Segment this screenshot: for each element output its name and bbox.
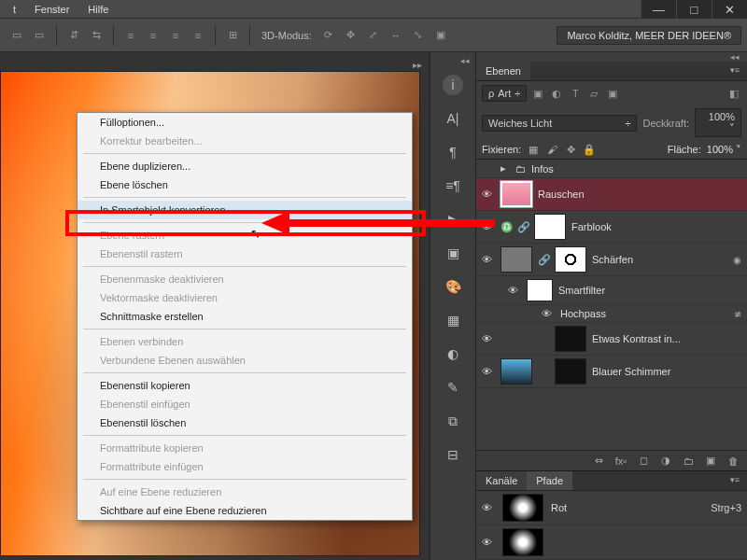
- layer-row[interactable]: 👁 🔗 Schärfen ◉: [476, 244, 747, 276]
- styles-panel-icon[interactable]: ≡¶: [443, 175, 463, 196]
- properties-panel-icon[interactable]: ⊟: [443, 444, 463, 465]
- filter-toggle-icon[interactable]: ◧: [726, 86, 741, 101]
- context-menu-item[interactable]: Ebene löschen: [78, 175, 412, 194]
- info-panel-icon[interactable]: i: [443, 75, 463, 95]
- filter-settings-icon[interactable]: ≢: [734, 309, 741, 319]
- distribute-icon[interactable]: ≡: [144, 26, 162, 45]
- context-menu-item[interactable]: Sichtbare auf eine Ebene reduzieren: [78, 501, 412, 520]
- visibility-toggle-icon[interactable]: 👁: [542, 308, 555, 319]
- distribute-icon[interactable]: ≡: [189, 26, 207, 45]
- layer-row[interactable]: 👁 Rauschen: [476, 178, 747, 211]
- scale-icon[interactable]: ⤡: [409, 26, 428, 45]
- layer-row[interactable]: 👁 Smartfilter: [476, 276, 747, 305]
- channel-row[interactable]: 👁 Rot Strg+3: [476, 491, 747, 525]
- color-panel-icon[interactable]: 🎨: [443, 276, 463, 297]
- mask-thumbnail[interactable]: [534, 214, 566, 240]
- distribute-icon[interactable]: ⊞: [223, 26, 242, 45]
- visibility-toggle-icon[interactable]: 👁: [482, 502, 495, 513]
- maximize-button[interactable]: □: [676, 0, 712, 19]
- panel-menu-icon[interactable]: ▾≡: [723, 62, 747, 80]
- align-icon[interactable]: ▭: [30, 26, 49, 45]
- mask-thumbnail[interactable]: [555, 246, 586, 273]
- fill-field[interactable]: 100% ˅: [707, 144, 741, 156]
- align-icon[interactable]: ▭: [7, 26, 26, 45]
- visibility-toggle-icon[interactable]: 👁: [482, 189, 495, 200]
- filter-smart-icon[interactable]: ▣: [605, 86, 620, 101]
- adjustments-panel-icon[interactable]: ◐: [443, 343, 463, 364]
- character-panel-icon[interactable]: A|: [443, 108, 463, 129]
- distribute-icon[interactable]: ≡: [166, 26, 185, 45]
- panel-grip-icon[interactable]: ▸▸: [413, 60, 422, 70]
- channel-thumbnail[interactable]: [502, 528, 543, 556]
- lock-all-icon[interactable]: 🔒: [583, 143, 596, 156]
- opacity-field[interactable]: 100% ˅: [695, 108, 741, 137]
- visibility-toggle-icon[interactable]: 👁: [482, 254, 495, 265]
- orbit-icon[interactable]: ⟳: [319, 26, 338, 45]
- layer-row[interactable]: 👁 Etwas Kontrast in...: [476, 323, 747, 356]
- disclosure-icon[interactable]: ▸: [500, 162, 510, 175]
- visibility-toggle-icon[interactable]: 👁: [482, 537, 495, 548]
- blend-mode-select[interactable]: Weiches Licht÷: [482, 115, 637, 132]
- minimize-button[interactable]: —: [641, 0, 676, 19]
- distribute-icon[interactable]: ⇆: [87, 26, 106, 45]
- paragraph-panel-icon[interactable]: ¶: [443, 142, 463, 162]
- layer-group-row[interactable]: ▸ 🗀 Infos: [476, 160, 747, 178]
- filter-mask-thumbnail[interactable]: [527, 279, 553, 301]
- context-menu-item[interactable]: Ebenenstil löschen: [78, 413, 412, 432]
- menu-item[interactable]: t: [4, 4, 25, 15]
- panel-menu-icon[interactable]: ▾≡: [723, 471, 747, 490]
- menu-item-help[interactable]: Hilfe: [78, 4, 118, 15]
- slide-icon[interactable]: ↔: [387, 26, 405, 45]
- filter-kind-select[interactable]: ρArt÷: [482, 85, 527, 102]
- visibility-toggle-icon[interactable]: 👁: [482, 366, 495, 377]
- visibility-toggle-icon[interactable]: 👁: [482, 333, 495, 344]
- history-panel-icon[interactable]: ▶: [443, 209, 463, 230]
- layer-thumbnail[interactable]: [555, 326, 586, 352]
- mask-thumbnail[interactable]: [555, 358, 586, 385]
- camera-icon[interactable]: ▣: [431, 26, 450, 45]
- context-menu-item[interactable]: In Smartobjekt konvertieren: [78, 201, 412, 219]
- smartfilter-badge-icon[interactable]: ◉: [733, 255, 741, 265]
- new-group-icon[interactable]: 🗀: [682, 455, 695, 467]
- new-adjustment-icon[interactable]: ◑: [659, 455, 672, 467]
- context-menu-item[interactable]: Fülloptionen...: [78, 113, 412, 132]
- lock-transparent-icon[interactable]: ▦: [527, 143, 540, 156]
- channel-thumbnail[interactable]: [502, 494, 543, 522]
- pan-icon[interactable]: ✥: [342, 26, 360, 45]
- layer-row[interactable]: 👁 Blauer Schimmer: [476, 356, 747, 388]
- brush-panel-icon[interactable]: ✎: [443, 377, 463, 398]
- layer-thumbnail[interactable]: [500, 246, 532, 273]
- distribute-icon[interactable]: ⇵: [64, 26, 83, 45]
- panel-grip-icon[interactable]: ◂◂: [476, 52, 747, 62]
- filter-adjust-icon[interactable]: ◐: [549, 86, 564, 101]
- distribute-icon[interactable]: ≡: [121, 26, 140, 45]
- tab-paths[interactable]: Pfade: [527, 471, 572, 490]
- menu-item-window[interactable]: Fenster: [25, 4, 78, 15]
- actions-panel-icon[interactable]: ▣: [443, 243, 463, 263]
- layer-fx-icon[interactable]: fx▫: [614, 455, 627, 467]
- add-mask-icon[interactable]: ◻: [637, 455, 650, 467]
- context-menu-item[interactable]: Ebenenstil kopieren: [78, 376, 412, 395]
- channel-row[interactable]: 👁: [476, 525, 747, 560]
- visibility-toggle-icon[interactable]: 👁: [482, 221, 495, 232]
- clone-panel-icon[interactable]: ⧉: [443, 411, 463, 431]
- lock-pixels-icon[interactable]: 🖌: [545, 143, 558, 156]
- close-button[interactable]: ✕: [712, 0, 747, 19]
- layer-thumbnail[interactable]: [500, 358, 532, 385]
- visibility-toggle-icon[interactable]: 👁: [508, 285, 521, 296]
- tab-channels[interactable]: Kanäle: [476, 471, 527, 490]
- context-menu-item[interactable]: Ebene duplizieren...: [78, 157, 412, 175]
- filter-type-icon[interactable]: T: [568, 86, 583, 101]
- layer-thumbnail[interactable]: [500, 181, 532, 207]
- context-menu-item[interactable]: Schnittmaske erstellen: [78, 307, 412, 326]
- new-layer-icon[interactable]: ▣: [704, 455, 717, 467]
- tab-layers[interactable]: Ebenen: [476, 62, 530, 80]
- layer-row[interactable]: 👁 ♎ 🔗 Farblook: [476, 211, 747, 244]
- filter-shape-icon[interactable]: ▱: [586, 86, 601, 101]
- layer-row[interactable]: 👁 Hochpass ≢: [476, 305, 747, 323]
- filter-pixel-icon[interactable]: ▣: [530, 86, 545, 101]
- delete-layer-icon[interactable]: 🗑: [726, 455, 740, 467]
- link-layers-icon[interactable]: ⇔: [592, 455, 605, 467]
- user-badge[interactable]: Marco Kolditz, MEER DER IDEEN®: [557, 26, 741, 45]
- swatches-panel-icon[interactable]: ▦: [443, 310, 463, 330]
